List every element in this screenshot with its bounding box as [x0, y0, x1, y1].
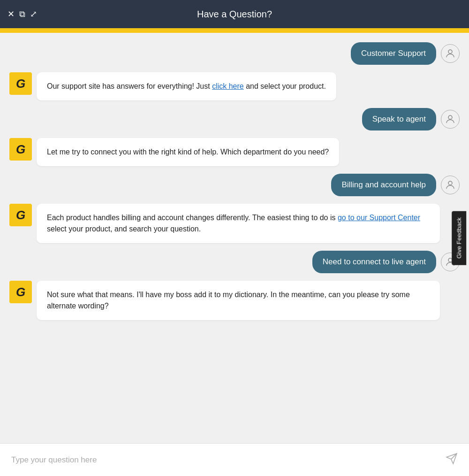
- close-icon[interactable]: ✕: [8, 10, 15, 18]
- support-center-link[interactable]: go to our Support Center: [338, 214, 420, 222]
- bot-avatar: G: [9, 138, 32, 161]
- svg-point-2: [448, 181, 452, 185]
- fullscreen-icon[interactable]: ⤢: [30, 10, 37, 18]
- input-area: Type your question here: [0, 443, 469, 476]
- bot-avatar: G: [9, 72, 32, 95]
- bot-avatar: G: [9, 281, 32, 303]
- user-avatar: [441, 110, 460, 129]
- user-message-row: Billing and account help: [9, 174, 460, 196]
- chat-messages: Customer Support G Our support site has …: [0, 33, 469, 443]
- bot-message-row: G Each product handles billing and accou…: [9, 204, 460, 243]
- page-title: Have a Question?: [197, 9, 272, 20]
- svg-point-0: [448, 50, 452, 54]
- user-message-text: Billing and account help: [341, 180, 426, 189]
- feedback-label: Give Feedback: [455, 217, 462, 258]
- bot-avatar: G: [9, 204, 32, 226]
- brand-strip: [0, 28, 469, 33]
- bot-bubble: Each product handles billing and account…: [37, 204, 440, 243]
- bot-message-row: G Not sure what that means. I'll have my…: [9, 281, 460, 320]
- input-placeholder[interactable]: Type your question here: [11, 455, 97, 465]
- user-message-text: Need to connect to live agent: [323, 257, 426, 266]
- chat-header: ✕ ⧉ ⤢ Have a Question?: [0, 0, 469, 28]
- expand-icon[interactable]: ⧉: [19, 10, 25, 18]
- click-here-link[interactable]: click here: [212, 82, 244, 90]
- user-message-row: Speak to agent: [9, 108, 460, 131]
- send-icon[interactable]: [446, 453, 458, 468]
- user-avatar: [441, 44, 460, 63]
- user-message-text: Customer Support: [361, 49, 426, 58]
- user-bubble: Billing and account help: [331, 174, 436, 196]
- user-message-text: Speak to agent: [372, 115, 426, 123]
- header-controls: ✕ ⧉ ⤢: [8, 10, 37, 18]
- feedback-tab[interactable]: Give Feedback: [452, 211, 466, 265]
- user-avatar: [441, 176, 460, 194]
- svg-point-1: [448, 115, 452, 119]
- bot-bubble: Not sure what that means. I'll have my b…: [37, 281, 440, 320]
- user-bubble: Need to connect to live agent: [312, 251, 436, 273]
- user-bubble: Customer Support: [351, 42, 436, 65]
- bot-bubble: Our support site has answers for everyth…: [37, 72, 336, 100]
- user-bubble: Speak to agent: [362, 108, 436, 131]
- bot-message-row: G Let me try to connect you with the rig…: [9, 138, 460, 166]
- bot-bubble: Let me try to connect you with the right…: [37, 138, 339, 166]
- user-message-row: Customer Support: [9, 42, 460, 65]
- bot-message-row: G Our support site has answers for every…: [9, 72, 460, 100]
- user-message-row: Need to connect to live agent: [9, 251, 460, 273]
